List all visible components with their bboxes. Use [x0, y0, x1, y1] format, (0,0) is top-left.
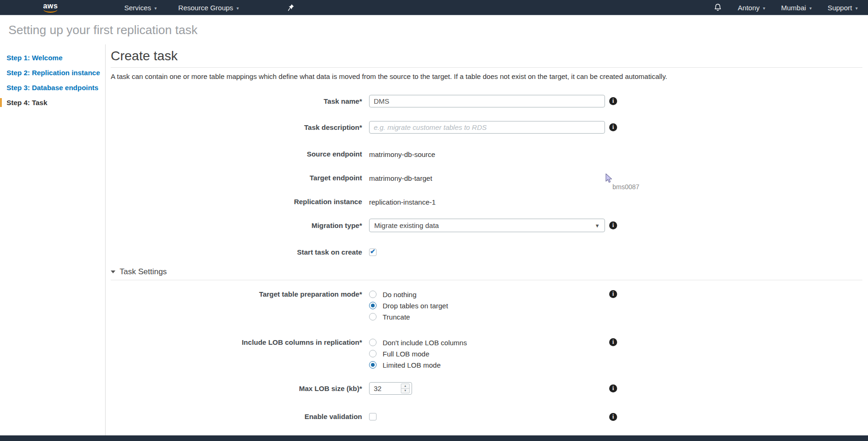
radio-unselected-icon[interactable]	[369, 339, 377, 346]
task-settings-title: Task Settings	[120, 267, 167, 277]
task-description-row: Task description* i	[111, 121, 862, 134]
radio-unselected-icon[interactable]	[369, 350, 377, 357]
info-icon[interactable]: i	[609, 221, 617, 229]
info-icon[interactable]: i	[609, 338, 617, 346]
region-menu[interactable]: Mumbai ▾	[781, 4, 811, 12]
spinner-down-icon[interactable]: ▼	[401, 388, 409, 393]
info-icon[interactable]: i	[609, 290, 617, 298]
migration-type-selected-value: Migrate existing data	[374, 221, 439, 229]
resource-groups-menu[interactable]: Resource Groups ▾	[178, 4, 239, 12]
max-lob-row: Max LOB size (kb)* 32 ▲ ▼ i	[111, 382, 862, 395]
services-menu[interactable]: Services ▾	[124, 4, 157, 12]
lob-mode-option-limited[interactable]: Limited LOB mode	[369, 359, 605, 370]
section-divider	[111, 280, 862, 280]
sidebar-step-database-endpoints[interactable]: Step 3: Database endpoints	[0, 83, 105, 92]
aws-logo[interactable]: aws	[40, 3, 61, 13]
task-name-row: Task name* i	[111, 95, 862, 107]
sidebar-step-replication-instance[interactable]: Step 2: Replication instance	[0, 68, 105, 77]
max-lob-size-input[interactable]: 32 ▲ ▼	[369, 382, 412, 395]
sidebar-step-task-current[interactable]: Step 4: Task	[0, 98, 105, 107]
sidebar-step-welcome[interactable]: Step 1: Welcome	[0, 53, 105, 62]
lob-mode-label: Include LOB columns in replication*	[111, 337, 369, 348]
start-task-checkbox[interactable]	[369, 249, 377, 256]
cursor-user-label: bms0087	[612, 183, 640, 191]
spinner-up-icon[interactable]: ▲	[401, 384, 409, 388]
lob-mode-row: Include LOB columns in replication* Don'…	[111, 337, 862, 370]
chevron-down-icon: ▾	[155, 5, 157, 11]
top-nav-bar: aws Services ▾ Resource Groups ▾ Antony	[0, 0, 868, 15]
heading-divider	[111, 67, 862, 68]
prep-mode-option-truncate[interactable]: Truncate	[369, 311, 605, 322]
page-title-bar: Setting up your first replication task	[0, 15, 868, 44]
replication-instance-value: replication-instance-1	[369, 198, 436, 206]
wizard-steps-sidebar: Step 1: Welcome Step 2: Replication inst…	[0, 44, 106, 435]
enable-validation-label: Enable validation	[111, 412, 369, 421]
info-icon[interactable]: i	[609, 97, 617, 105]
target-endpoint-row: Target endpoint matrimony-db-target	[111, 173, 862, 183]
services-label: Services	[124, 4, 151, 12]
prep-mode-option-drop-tables[interactable]: Drop tables on target	[369, 300, 605, 311]
migration-type-select[interactable]: Migrate existing data ▼	[369, 219, 605, 232]
page-title: Setting up your first replication task	[8, 23, 198, 37]
prep-mode-option-do-nothing[interactable]: Do nothing	[369, 289, 605, 300]
radio-unselected-icon[interactable]	[369, 291, 377, 298]
migration-type-label: Migration type*	[111, 221, 369, 230]
task-description-text: A task can contain one or more table map…	[111, 72, 862, 81]
notifications-bell-icon[interactable]	[714, 3, 722, 12]
support-label: Support	[827, 4, 852, 12]
task-description-label: Task description*	[111, 123, 369, 132]
start-task-row: Start task on create	[111, 248, 862, 257]
info-icon[interactable]: i	[609, 123, 617, 131]
resource-groups-label: Resource Groups	[178, 4, 234, 12]
task-settings-section-header: Task Settings	[111, 267, 862, 277]
user-menu[interactable]: Antony ▾	[738, 4, 765, 12]
prep-mode-label: Target table preparation mode*	[111, 289, 369, 300]
start-task-label: Start task on create	[111, 248, 369, 257]
enable-validation-row: Enable validation i	[111, 412, 862, 421]
task-name-label: Task name*	[111, 97, 369, 106]
lob-mode-option-full[interactable]: Full LOB mode	[369, 348, 605, 359]
number-spinner: ▲ ▼	[401, 384, 410, 393]
chevron-down-icon: ▾	[236, 5, 239, 11]
target-endpoint-label: Target endpoint	[111, 173, 369, 183]
max-lob-value: 32	[374, 384, 401, 392]
target-endpoint-value: matrimony-db-target	[369, 174, 432, 182]
user-name: Antony	[738, 4, 760, 12]
mouse-cursor-icon	[605, 173, 612, 183]
migration-type-row: Migration type* Migrate existing data ▼ …	[111, 219, 862, 232]
source-endpoint-row: Source endpoint matrimony-db-source	[111, 149, 862, 159]
aws-smile-icon	[43, 9, 57, 13]
radio-selected-icon[interactable]	[369, 361, 377, 369]
create-task-heading: Create task	[111, 49, 862, 63]
wizard-content: Create task A task can contain one or mo…	[106, 44, 868, 435]
collapse-triangle-icon[interactable]	[111, 270, 115, 273]
prep-mode-row: Target table preparation mode* Do nothin…	[111, 289, 862, 322]
chevron-down-icon: ▼	[595, 223, 600, 228]
source-endpoint-label: Source endpoint	[111, 149, 369, 159]
pin-icon[interactable]	[288, 4, 294, 11]
chevron-down-icon: ▾	[763, 5, 765, 11]
task-name-input[interactable]	[369, 95, 605, 107]
bottom-bar	[0, 435, 868, 441]
replication-instance-label: Replication instance	[111, 197, 369, 206]
max-lob-label: Max LOB size (kb)*	[111, 384, 369, 393]
radio-selected-icon[interactable]	[369, 302, 377, 309]
info-icon[interactable]: i	[609, 413, 617, 421]
chevron-down-icon: ▾	[809, 5, 811, 11]
info-icon[interactable]: i	[609, 384, 617, 392]
chevron-down-icon: ▾	[855, 5, 858, 11]
aws-logo-text: aws	[43, 3, 58, 9]
enable-validation-checkbox[interactable]	[369, 413, 377, 420]
source-endpoint-value: matrimony-db-source	[369, 150, 435, 158]
task-description-input[interactable]	[369, 121, 605, 134]
replication-instance-row: Replication instance replication-instanc…	[111, 197, 862, 206]
radio-unselected-icon[interactable]	[369, 313, 377, 320]
support-menu[interactable]: Support ▾	[827, 4, 858, 12]
lob-mode-option-dont-include[interactable]: Don't include LOB columns	[369, 337, 605, 348]
region-name: Mumbai	[781, 4, 806, 12]
